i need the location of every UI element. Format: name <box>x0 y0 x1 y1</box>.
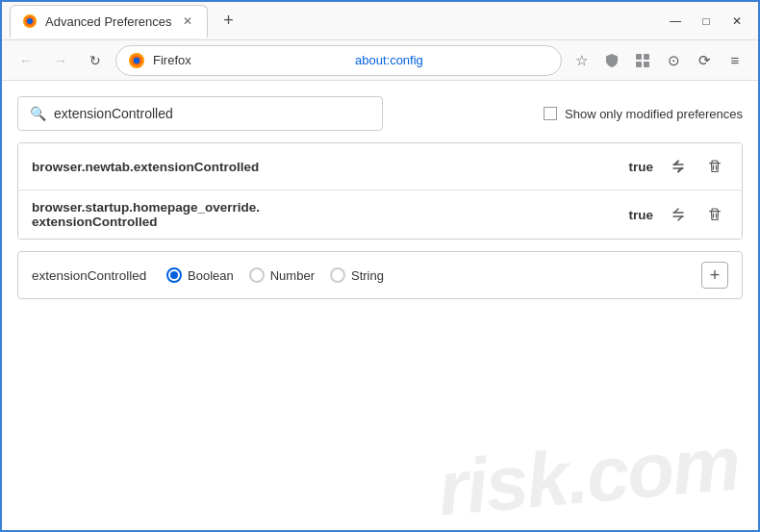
window-controls: — □ ✕ <box>662 8 750 35</box>
forward-button[interactable]: → <box>46 46 75 75</box>
svg-rect-8 <box>636 62 642 67</box>
watermark: risk.com <box>435 419 743 530</box>
pref-value-1: true <box>628 160 653 174</box>
address-browser-name: Firefox <box>153 53 347 67</box>
table-row: browser.newtab.extensionControlled true <box>18 143 742 190</box>
pref-name-2: browser.startup.homepage_override. exten… <box>32 200 628 229</box>
show-modified-label: Show only modified preferences <box>565 107 743 121</box>
minimize-button[interactable]: — <box>662 8 689 35</box>
address-url: about:config <box>355 53 549 67</box>
pref-actions-2 <box>665 201 728 228</box>
new-tab-button[interactable]: + <box>215 8 242 35</box>
shield-icon[interactable] <box>598 47 625 74</box>
tab-close-button[interactable]: ✕ <box>180 13 195 29</box>
boolean-option[interactable]: Boolean <box>166 267 234 283</box>
reset-button-2[interactable] <box>665 201 692 228</box>
svg-rect-11 <box>709 211 721 212</box>
table-row: browser.startup.homepage_override. exten… <box>18 190 742 239</box>
delete-button-1[interactable] <box>701 153 728 180</box>
add-preference-button[interactable]: + <box>701 262 728 289</box>
main-content: risk.com 🔍 Show only modified preference… <box>2 81 758 530</box>
maximize-button[interactable]: □ <box>693 8 720 35</box>
nav-icons-right: ☆ ⊙ ⟳ ≡ <box>568 47 748 74</box>
title-bar: Advanced Preferences ✕ + — □ ✕ <box>2 2 758 40</box>
tab-title: Advanced Preferences <box>45 14 172 29</box>
boolean-label: Boolean <box>188 268 234 283</box>
search-icon: 🔍 <box>30 106 46 121</box>
tab-favicon <box>22 13 38 29</box>
string-radio[interactable] <box>330 267 345 283</box>
sync-icon[interactable]: ⟳ <box>691 47 718 74</box>
new-pref-name: extensionControlled <box>32 268 147 283</box>
browser-tab[interactable]: Advanced Preferences ✕ <box>10 5 208 38</box>
string-label: String <box>351 268 384 283</box>
nav-bar: ← → ↻ Firefox about:config ☆ <box>2 40 758 81</box>
preferences-table: browser.newtab.extensionControlled true <box>17 142 743 240</box>
pref-name-1: browser.newtab.extensionControlled <box>32 160 628 174</box>
address-bar-favicon <box>128 52 145 69</box>
add-preference-row: extensionControlled Boolean Number Strin… <box>17 251 743 299</box>
svg-rect-9 <box>644 62 649 67</box>
reload-button[interactable]: ↻ <box>81 46 110 75</box>
show-modified-checkbox[interactable] <box>544 107 557 120</box>
search-input[interactable] <box>54 106 370 121</box>
svg-rect-7 <box>644 54 649 60</box>
boolean-radio[interactable] <box>166 267 182 283</box>
profile-icon[interactable]: ⊙ <box>660 47 687 74</box>
number-label: Number <box>270 268 315 283</box>
back-button[interactable]: ← <box>12 46 40 75</box>
svg-point-5 <box>134 57 139 63</box>
svg-point-2 <box>27 18 33 24</box>
extension-icon[interactable] <box>629 47 656 74</box>
pref-actions-1 <box>665 153 728 180</box>
reset-button-1[interactable] <box>665 153 692 180</box>
pref-value-2: true <box>628 208 653 222</box>
star-icon[interactable]: ☆ <box>568 47 595 74</box>
number-radio[interactable] <box>249 267 265 283</box>
address-bar[interactable]: Firefox about:config <box>115 45 562 76</box>
svg-rect-10 <box>709 163 721 164</box>
close-button[interactable]: ✕ <box>723 8 750 35</box>
search-row: 🔍 Show only modified preferences <box>17 96 743 131</box>
delete-button-2[interactable] <box>701 201 728 228</box>
show-modified-row: Show only modified preferences <box>544 107 743 121</box>
menu-icon[interactable]: ≡ <box>722 47 748 74</box>
type-radio-group: Boolean Number String <box>166 267 384 283</box>
svg-rect-6 <box>636 54 642 60</box>
number-option[interactable]: Number <box>249 267 315 283</box>
search-box[interactable]: 🔍 <box>17 96 383 131</box>
string-option[interactable]: String <box>330 267 384 283</box>
